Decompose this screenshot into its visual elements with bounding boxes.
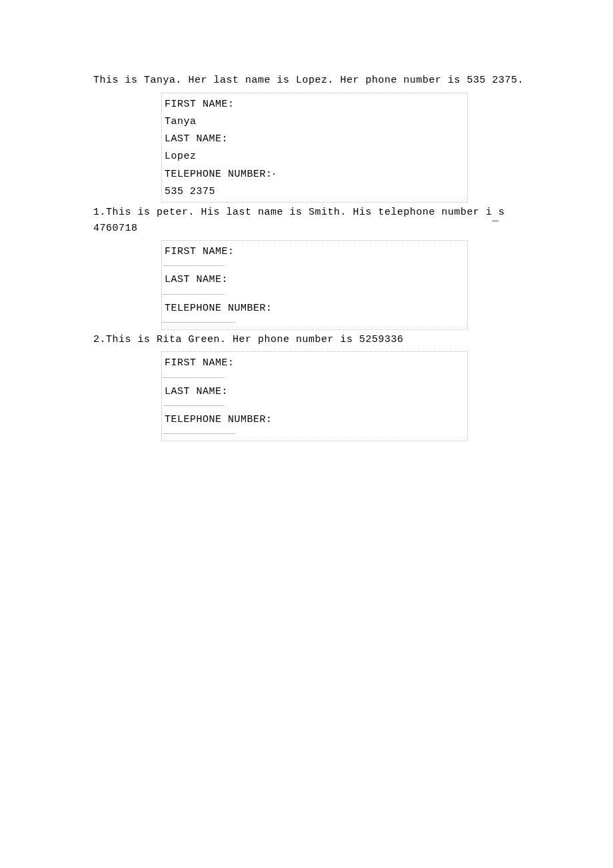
form-box-0: FIRST NAME: Tanya LAST NAME: Lopez TELEP… <box>161 93 468 203</box>
red-dot-icon <box>273 173 275 175</box>
worksheet-page: This is Tanya. Her last name is Lopez. H… <box>0 0 613 441</box>
telephone-label-text-0: TELEPHONE NUMBER: <box>165 169 273 180</box>
first-name-label-2: FIRST NAME: <box>165 355 464 372</box>
telephone-label-2: TELEPHONE NUMBER: <box>165 411 464 429</box>
telephone-label-1: TELEPHONE NUMBER: <box>165 300 464 317</box>
first-name-label-0: FIRST NAME: <box>165 96 464 113</box>
intro-0: This is Tanya. Her last name is Lopez. H… <box>93 75 524 86</box>
intro-2: 2.This is Rita Green. Her phone number i… <box>93 334 404 345</box>
red-underline-icon <box>492 205 499 221</box>
blank-line-first-2 <box>163 377 225 378</box>
last-name-label-1: LAST NAME: <box>165 271 464 289</box>
last-name-label-0: LAST NAME: <box>165 131 464 148</box>
telephone-label-0: TELEPHONE NUMBER: <box>165 166 464 183</box>
blank-line-tel-2 <box>163 433 235 434</box>
intro-text-0: This is Tanya. Her last name is Lopez. H… <box>93 73 546 89</box>
telephone-value-0: 535 2375 <box>165 183 464 201</box>
form-box-1: FIRST NAME: LAST NAME: TELEPHONE NUMBER: <box>161 240 468 330</box>
intro-text-1: 1.This is peter. His last name is Smith.… <box>93 205 546 236</box>
first-name-value-0: Tanya <box>165 113 464 131</box>
blank-line-last-1 <box>163 293 225 295</box>
blank-line-tel-1 <box>163 321 235 323</box>
first-name-label-1: FIRST NAME: <box>165 243 464 261</box>
form-box-2: FIRST NAME: LAST NAME: TELEPHONE NUMBER: <box>161 351 468 441</box>
blank-line-last-2 <box>163 405 225 406</box>
intro-1-pre: 1.This is peter. His last name is Smith.… <box>93 207 492 218</box>
blank-line-first-1 <box>163 265 225 266</box>
intro-text-2: 2.This is Rita Green. Her phone number i… <box>93 333 546 348</box>
last-name-label-2: LAST NAME: <box>165 383 464 401</box>
last-name-value-0: Lopez <box>165 148 464 165</box>
